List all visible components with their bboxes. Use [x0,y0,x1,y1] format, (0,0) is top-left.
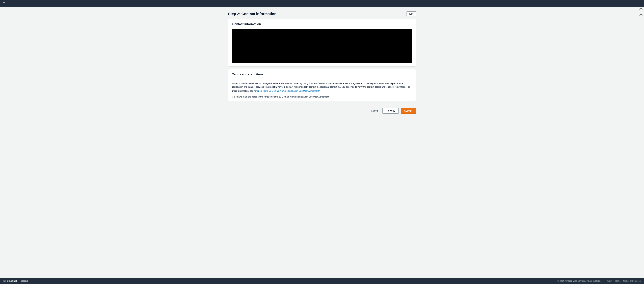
contact-information-card: Contact information [228,19,416,66]
cloudshell-button[interactable]: $_ CloudShell [3,280,17,282]
clock-icon[interactable] [639,14,643,17]
agreement-checkbox[interactable] [232,96,234,98]
terms-body-text: Amazon Route 53 enables you to register … [232,82,412,93]
feedback-link[interactable]: Feedback [20,280,28,282]
page-header: Step 2: Contact information Edit [228,10,416,16]
footer-right: © 2024, Amazon Web Services, Inc. or its… [558,280,641,282]
privacy-link[interactable]: Privacy [606,280,612,282]
action-bar: Cancel Previous Submit [228,106,416,116]
submit-button[interactable]: Submit [401,108,416,114]
svg-text:$_: $_ [4,280,6,282]
svg-text:i: i [641,9,641,11]
right-side-panel: i [638,7,644,19]
agreement-checkbox-label[interactable]: I have read and agree to the Amazon Rout… [236,95,330,98]
main-content: Step 2: Contact information Edit Contact… [221,7,422,278]
footer-left: $_ CloudShell Feedback [3,280,28,282]
previous-button[interactable]: Previous [382,108,398,114]
cloudshell-label: CloudShell [7,280,17,282]
agreement-checkbox-row: I have read and agree to the Amazon Rout… [232,95,412,98]
terms-divider [228,79,416,79]
contact-information-redacted-block [232,29,412,63]
terms-link-footer[interactable]: Terms [615,280,620,282]
cookie-preferences-link[interactable]: Cookie preferences [623,280,641,282]
terms-link[interactable]: Amazon Route 53 Domain Name Registration… [254,90,320,92]
info-icon[interactable]: i [639,8,643,11]
edit-button[interactable]: Edit [406,11,416,16]
hamburger-menu-icon[interactable]: ☰ [3,1,5,5]
step-title: Step 2: Contact information [228,12,276,16]
copyright-text: © 2024, Amazon Web Services, Inc. or its… [558,280,603,282]
cancel-button[interactable]: Cancel [369,108,380,113]
svg-line-4 [641,16,642,16]
terms-and-conditions-title: Terms and conditions [232,73,412,76]
cloudshell-icon: $_ [3,280,6,282]
contact-information-title: Contact information [232,22,412,26]
terms-and-conditions-card: Terms and conditions Amazon Route 53 ena… [228,69,416,102]
footer: $_ CloudShell Feedback © 2024, Amazon We… [0,278,644,284]
top-navigation-bar: ☰ [0,0,644,7]
